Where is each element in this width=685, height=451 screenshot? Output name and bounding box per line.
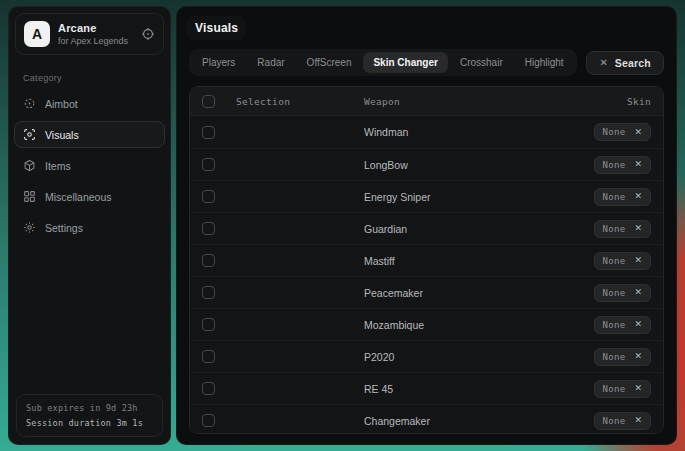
weapon-name: P2020 (364, 351, 555, 363)
skin-badge[interactable]: None ✕ (594, 348, 651, 366)
tab-offscreen[interactable]: OffScreen (297, 52, 362, 73)
aimbot-crosshair-icon (23, 97, 36, 110)
select-all-checkbox[interactable] (202, 95, 215, 108)
table-row: Changemaker None ✕ (190, 404, 663, 434)
search-button[interactable]: ✕ Search (586, 51, 664, 75)
items-box-icon (23, 159, 36, 172)
sidebar-item-settings[interactable]: Settings (14, 214, 165, 241)
skin-value: None (603, 256, 626, 266)
skin-value: None (603, 352, 626, 362)
target-icon[interactable] (141, 27, 155, 41)
miscellaneous-grid-icon (23, 190, 36, 203)
clear-skin-icon[interactable]: ✕ (634, 128, 642, 137)
weapon-name: Guardian (364, 223, 555, 235)
weapon-name: Peacemaker (364, 287, 555, 299)
row-checkbox[interactable] (202, 222, 215, 235)
panel-header: Visuals (177, 7, 676, 47)
tab-crosshair[interactable]: Crosshair (450, 52, 513, 73)
clear-skin-icon[interactable]: ✕ (634, 416, 642, 425)
skin-value: None (603, 224, 626, 234)
sidebar-nav: Aimbot Visuals Items Miscellaneous Setti… (9, 90, 170, 241)
skin-badge[interactable]: None ✕ (594, 156, 651, 174)
weapon-name: Mastiff (364, 255, 555, 267)
table-row: LongBow None ✕ (190, 148, 663, 180)
table-header-row: Selection Weapon Skin (190, 87, 663, 116)
weapon-name: RE 45 (364, 383, 555, 395)
skin-badge[interactable]: None ✕ (594, 252, 651, 270)
clear-skin-icon[interactable]: ✕ (634, 256, 642, 265)
weapon-name: LongBow (364, 159, 555, 171)
tab-players[interactable]: Players (192, 52, 245, 73)
sidebar-item-miscellaneous[interactable]: Miscellaneous (14, 183, 165, 210)
row-checkbox[interactable] (202, 382, 215, 395)
app-header: A Arcane for Apex Legends (15, 13, 164, 55)
sidebar: A Arcane for Apex Legends Category Aimbo… (8, 6, 171, 445)
sidebar-item-items[interactable]: Items (14, 152, 165, 179)
clear-skin-icon[interactable]: ✕ (634, 288, 642, 297)
toolbar: Players Radar OffScreen Skin Changer Cro… (177, 47, 676, 76)
clear-skin-icon[interactable]: ✕ (634, 320, 642, 329)
search-button-label: Search (615, 57, 651, 69)
sidebar-item-label: Miscellaneous (45, 191, 112, 203)
table-row: Peacemaker None ✕ (190, 276, 663, 308)
row-checkbox[interactable] (202, 318, 215, 331)
skin-value: None (603, 127, 626, 137)
row-checkbox[interactable] (202, 350, 215, 363)
row-checkbox[interactable] (202, 254, 215, 267)
row-checkbox[interactable] (202, 158, 215, 171)
tab-highlight[interactable]: Highlight (515, 52, 574, 73)
skin-badge[interactable]: None ✕ (594, 380, 651, 398)
row-checkbox[interactable] (202, 126, 215, 139)
tab-skin-changer[interactable]: Skin Changer (363, 52, 447, 73)
skin-badge[interactable]: None ✕ (594, 412, 651, 430)
weapon-name: Energy Sniper (364, 191, 555, 203)
clear-skin-icon[interactable]: ✕ (634, 384, 642, 393)
skin-value: None (603, 192, 626, 202)
subscription-info: Sub expires in 9d 23h Session duration 3… (16, 394, 163, 437)
page-title: Visuals (187, 16, 246, 40)
arcane-window: A Arcane for Apex Legends Category Aimbo… (8, 6, 677, 445)
row-checkbox[interactable] (202, 190, 215, 203)
skin-badge[interactable]: None ✕ (594, 123, 651, 141)
settings-gear-icon (23, 221, 36, 234)
weapon-name: Mozambique (364, 319, 555, 331)
app-subtitle: for Apex Legends (58, 36, 133, 46)
weapon-name: Changemaker (364, 415, 555, 427)
column-header-skin: Skin (555, 96, 651, 107)
category-label: Category (23, 73, 156, 83)
weapon-name: Windman (364, 126, 555, 138)
clear-skin-icon[interactable]: ✕ (634, 352, 642, 361)
skin-value: None (603, 160, 626, 170)
skin-badge[interactable]: None ✕ (594, 284, 651, 302)
main-panel: Visuals Players Radar OffScreen Skin Cha… (176, 6, 677, 445)
skin-value: None (603, 320, 626, 330)
sidebar-item-label: Items (45, 160, 71, 172)
clear-skin-icon[interactable]: ✕ (634, 160, 642, 169)
skin-badge[interactable]: None ✕ (594, 188, 651, 206)
tab-bar: Players Radar OffScreen Skin Changer Cro… (189, 49, 577, 76)
clear-skin-icon[interactable]: ✕ (634, 224, 642, 233)
tab-radar[interactable]: Radar (247, 52, 294, 73)
skin-changer-table: Selection Weapon Skin Windman None ✕ Lon… (189, 86, 664, 434)
skin-value: None (603, 384, 626, 394)
table-row: Mastiff None ✕ (190, 244, 663, 276)
sidebar-item-visuals[interactable]: Visuals (14, 121, 165, 148)
skin-badge[interactable]: None ✕ (594, 316, 651, 334)
visuals-eye-icon (23, 128, 36, 141)
skin-value: None (603, 416, 626, 426)
clear-skin-icon[interactable]: ✕ (634, 192, 642, 201)
app-logo: A (24, 21, 50, 47)
table-row: RE 45 None ✕ (190, 372, 663, 404)
skin-value: None (603, 288, 626, 298)
search-x-icon: ✕ (599, 58, 607, 68)
sidebar-item-aimbot[interactable]: Aimbot (14, 90, 165, 117)
row-checkbox[interactable] (202, 286, 215, 299)
table-row: P2020 None ✕ (190, 340, 663, 372)
table-row: Windman None ✕ (190, 116, 663, 148)
skin-badge[interactable]: None ✕ (594, 220, 651, 238)
sidebar-item-label: Settings (45, 222, 83, 234)
row-checkbox[interactable] (202, 414, 215, 427)
table-body: Windman None ✕ LongBow None ✕ Energy Sni… (190, 116, 663, 434)
sub-expires-text: Sub expires in 9d 23h (26, 403, 153, 413)
column-header-selection: Selection (236, 96, 364, 107)
